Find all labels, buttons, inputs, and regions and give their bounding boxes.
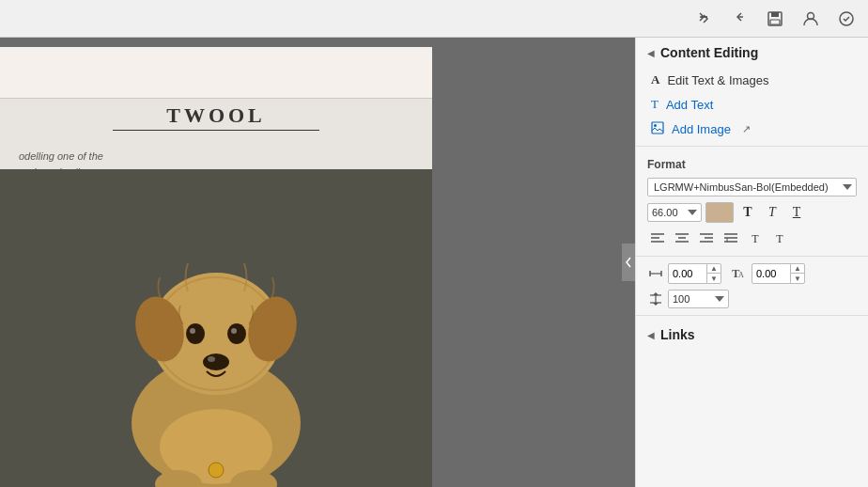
svg-point-16 [203,353,229,370]
align-row: T T [636,226,868,252]
text-top-button[interactable]: T [745,228,766,249]
align-right-button[interactable] [696,228,717,249]
content-editing-arrow: ◀ [647,48,655,58]
pdf-brand-text: TWOOL [166,103,266,128]
pdf-page: TWOOL odelling one of the eads and colla… [0,47,432,487]
back-icon[interactable] [729,8,750,29]
line-spacing-select[interactable]: 100 [668,290,729,308]
edit-text-images-icon: A [651,72,659,87]
links-arrow: ◀ [647,330,655,340]
align-left-button[interactable] [647,228,668,249]
right-panel: ◀ Content Editing A Edit Text & Images T… [635,38,868,487]
size-select[interactable]: 66.00 [647,203,702,222]
add-text-label: Add Text [666,98,713,112]
svg-point-17 [208,356,215,362]
ta-icon: T A [731,265,748,282]
panel-collapse-button[interactable] [622,244,635,281]
font-row: LGRMW+NimbusSan-Bol(Embedded) [636,175,868,199]
pdf-brand-underline [113,130,319,131]
edit-text-images-item[interactable]: A Edit Text & Images [636,68,868,92]
char-spacing-icon [647,265,664,282]
char-spacing-input-group: ▲ ▼ [668,263,721,284]
svg-point-12 [186,323,205,344]
add-image-item[interactable]: Add Image ↗ [636,117,868,142]
format-label: Format [636,150,868,175]
line-spacing-row: 100 [636,287,868,311]
svg-point-14 [227,323,246,344]
divider-3 [636,315,868,316]
align-center-button[interactable] [672,228,692,249]
size-color-row: 66.00 T T T [636,199,868,226]
svg-rect-2 [770,20,780,24]
svg-rect-1 [771,12,779,17]
text-bottom-button[interactable]: T [769,228,790,249]
pdf-content: TWOOL odelling one of the eads and colla… [0,47,432,487]
forward-icon[interactable] [693,8,714,29]
add-text-item[interactable]: T Add Text [636,92,868,117]
divider-1 [636,146,868,147]
svg-point-21 [209,463,224,478]
add-text-icon: T [651,97,659,112]
pdf-dog-image [0,169,432,487]
add-image-label: Add Image [672,122,731,136]
color-swatch[interactable] [705,202,734,223]
svg-rect-22 [652,122,663,134]
line-spacing-icon [647,291,664,307]
bold-button[interactable]: T [737,202,758,223]
content-editing-header: ◀ Content Editing [636,38,868,68]
char-spacing-down[interactable]: ▼ [707,274,721,283]
edit-text-images-label: Edit Text & Images [667,73,768,87]
cursor-pointer: ↗ [742,123,751,135]
ta-spacing-down[interactable]: ▼ [791,274,804,283]
italic-button[interactable]: T [762,202,783,223]
save-icon[interactable] [765,8,785,29]
ta-spacing-input-group: ▲ ▼ [752,263,805,284]
top-toolbar [0,0,868,38]
svg-text:A: A [738,272,744,280]
badge-icon[interactable] [836,8,857,29]
svg-point-13 [190,328,195,334]
spacing-row-1: ▲ ▼ T A ▲ ▼ [636,260,868,287]
user-icon[interactable] [800,8,821,29]
ta-spacing-arrows: ▲ ▼ [790,264,804,283]
links-label: Links [660,327,695,342]
ta-spacing-up[interactable]: ▲ [791,264,804,274]
font-select[interactable]: LGRMW+NimbusSan-Bol(Embedded) [647,178,857,196]
ta-spacing-input[interactable] [752,266,790,281]
svg-marker-45 [653,292,659,295]
char-spacing-input[interactable] [669,266,706,281]
pdf-body-line1: odelling one of the [19,149,103,165]
char-spacing-up[interactable]: ▲ [707,264,721,274]
panel-title: Content Editing [660,45,758,60]
links-section[interactable]: ◀ Links [636,320,868,350]
char-spacing-arrows: ▲ ▼ [706,264,721,283]
svg-point-23 [654,124,657,127]
main-area: TWOOL odelling one of the eads and colla… [0,38,868,487]
justify-button[interactable] [721,228,741,249]
doc-area: TWOOL odelling one of the eads and colla… [0,38,635,487]
divider-2 [636,256,868,257]
svg-marker-46 [653,303,659,306]
svg-point-15 [231,328,237,334]
pdf-header-bar [0,47,432,99]
add-image-icon [651,121,664,137]
underline-button[interactable]: T [786,202,807,223]
